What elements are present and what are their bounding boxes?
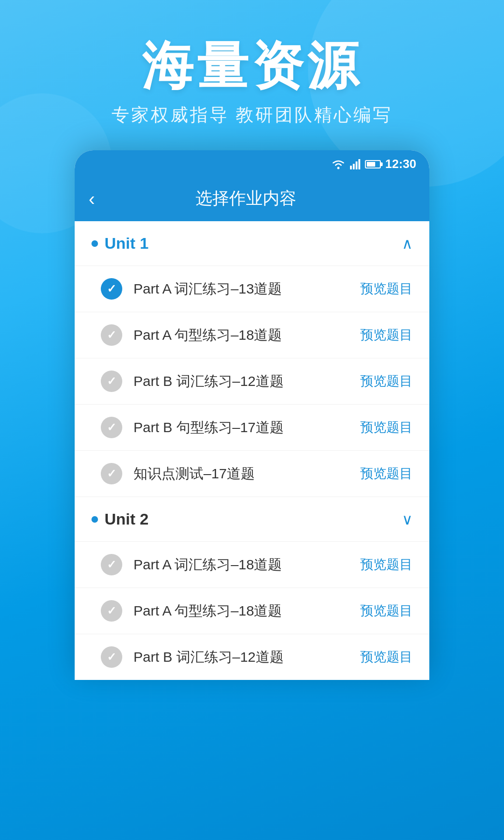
check-mark-icon: ✓ xyxy=(107,421,116,434)
svg-rect-4 xyxy=(358,159,360,169)
preview-link[interactable]: 预览题目 xyxy=(360,556,413,574)
check-circle-inactive[interactable]: ✓ xyxy=(101,463,122,484)
preview-link[interactable]: 预览题目 xyxy=(360,372,413,390)
hero-title: 海量资源 xyxy=(0,37,504,94)
list-item: ✓ Part A 句型练习–18道题 预览题目 xyxy=(75,312,429,358)
list-item: ✓ Part A 词汇练习–18道题 预览题目 xyxy=(75,542,429,588)
check-mark-icon: ✓ xyxy=(107,329,116,342)
status-icons: 12:30 xyxy=(331,157,417,171)
unit-2-header[interactable]: Unit 2 ∨ xyxy=(75,497,429,542)
list-item: ✓ 知识点测试–17道题 预览题目 xyxy=(75,451,429,497)
item-label: Part A 句型练习–18道题 xyxy=(133,326,360,345)
svg-rect-1 xyxy=(350,166,352,169)
preview-link[interactable]: 预览题目 xyxy=(360,280,413,298)
unit-1-header-left: Unit 1 xyxy=(91,234,148,252)
preview-link[interactable]: 预览题目 xyxy=(360,465,413,483)
item-label: Part A 词汇练习–18道题 xyxy=(133,555,360,574)
unit-2-header-left: Unit 2 xyxy=(91,510,148,528)
check-mark-icon: ✓ xyxy=(107,558,116,571)
content-list: Unit 1 ∧ ✓ Part A 词汇练习–13道题 预览题目 ✓ Part … xyxy=(75,221,429,680)
check-mark-icon: ✓ xyxy=(107,282,116,295)
check-circle-inactive[interactable]: ✓ xyxy=(101,646,122,668)
phone-mockup: 12:30 ‹ 选择作业内容 Unit 1 ∧ ✓ Part A 词汇练习–13… xyxy=(75,150,429,680)
check-circle-active[interactable]: ✓ xyxy=(101,278,122,300)
svg-rect-3 xyxy=(356,161,357,169)
item-label: Part B 词汇练习–12道题 xyxy=(133,648,360,667)
item-label: Part A 句型练习–18道题 xyxy=(133,602,360,621)
unit-2-label: Unit 2 xyxy=(105,510,148,528)
unit-2-chevron-down-icon[interactable]: ∨ xyxy=(402,511,413,528)
unit-1-dot xyxy=(91,240,98,247)
preview-link[interactable]: 预览题目 xyxy=(360,326,413,344)
check-mark-icon: ✓ xyxy=(107,604,116,617)
app-header: ‹ 选择作业内容 xyxy=(75,178,429,221)
list-item: ✓ Part B 词汇练习–12道题 预览题目 xyxy=(75,634,429,680)
page-title: 选择作业内容 xyxy=(104,187,387,210)
list-item: ✓ Part B 词汇练习–12道题 预览题目 xyxy=(75,358,429,405)
preview-link[interactable]: 预览题目 xyxy=(360,602,413,620)
back-button[interactable]: ‹ xyxy=(89,189,95,208)
item-label: 知识点测试–17道题 xyxy=(133,464,360,483)
item-label: Part B 句型练习–17道题 xyxy=(133,418,360,437)
signal-icon xyxy=(350,159,360,169)
unit-1-label: Unit 1 xyxy=(105,234,148,252)
status-bar: 12:30 xyxy=(75,150,429,178)
preview-link[interactable]: 预览题目 xyxy=(360,648,413,666)
item-label: Part A 词汇练习–13道题 xyxy=(133,280,360,299)
check-mark-icon: ✓ xyxy=(107,651,116,664)
status-time: 12:30 xyxy=(385,157,417,171)
wifi-icon xyxy=(331,159,345,169)
check-mark-icon: ✓ xyxy=(107,467,116,480)
hero-section: 海量资源 专家权威指导 教研团队精心编写 xyxy=(0,0,504,127)
check-mark-icon: ✓ xyxy=(107,375,116,388)
battery-fill xyxy=(367,162,375,167)
check-circle-inactive[interactable]: ✓ xyxy=(101,600,122,622)
list-item: ✓ Part A 词汇练习–13道题 预览题目 xyxy=(75,266,429,312)
check-circle-inactive[interactable]: ✓ xyxy=(101,554,122,575)
svg-point-0 xyxy=(337,167,339,169)
check-circle-inactive[interactable]: ✓ xyxy=(101,417,122,438)
svg-rect-2 xyxy=(353,164,355,169)
item-label: Part B 词汇练习–12道题 xyxy=(133,372,360,391)
hero-subtitle: 专家权威指导 教研团队精心编写 xyxy=(0,103,504,127)
list-item: ✓ Part B 句型练习–17道题 预览题目 xyxy=(75,405,429,451)
unit-1-chevron-up-icon[interactable]: ∧ xyxy=(402,235,413,252)
check-circle-inactive[interactable]: ✓ xyxy=(101,324,122,346)
check-circle-inactive[interactable]: ✓ xyxy=(101,371,122,392)
unit-1-header[interactable]: Unit 1 ∧ xyxy=(75,221,429,266)
list-item: ✓ Part A 句型练习–18道题 预览题目 xyxy=(75,588,429,634)
preview-link[interactable]: 预览题目 xyxy=(360,419,413,436)
unit-2-dot xyxy=(91,516,98,523)
battery-icon xyxy=(365,160,381,168)
